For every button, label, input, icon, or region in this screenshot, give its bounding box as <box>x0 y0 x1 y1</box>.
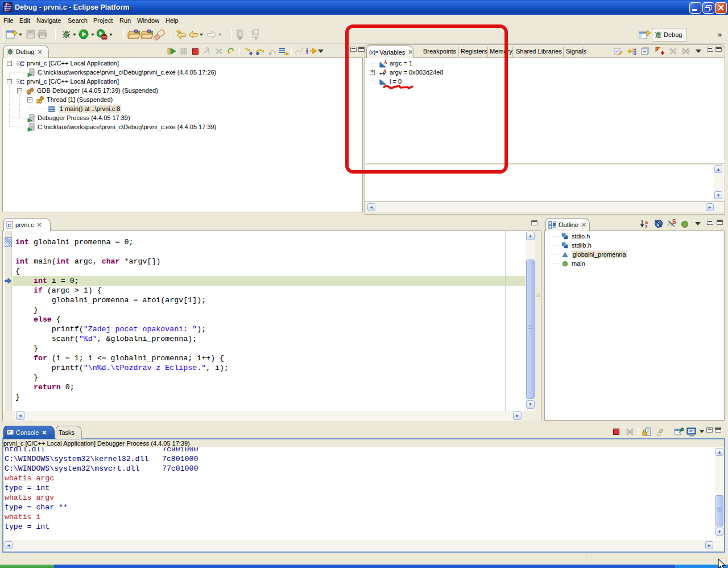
svg-text:C: C <box>8 223 12 228</box>
svg-text:S: S <box>672 219 676 225</box>
svg-text:z: z <box>645 224 648 229</box>
